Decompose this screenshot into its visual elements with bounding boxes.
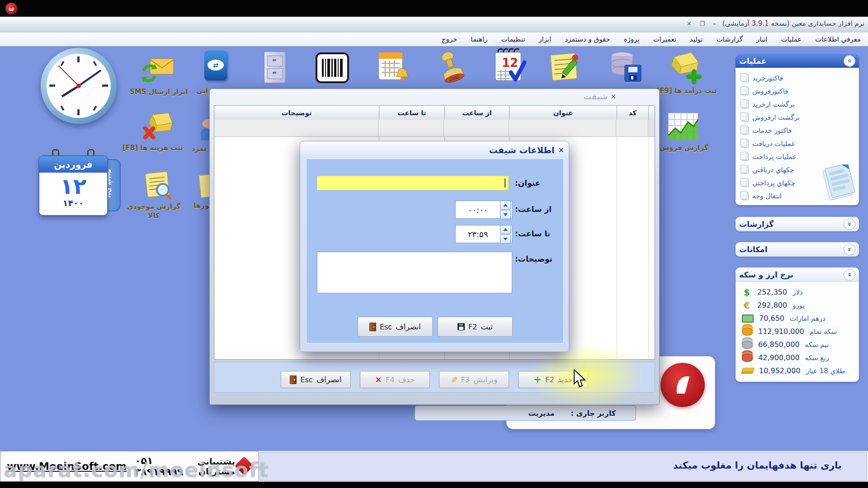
cancel-button[interactable]: Escانصراف (281, 371, 351, 388)
desktop-icon-note-edit[interactable] (549, 51, 581, 84)
sidebar-panel-operations-title: عملیات (739, 56, 766, 66)
menu-item-exit[interactable]: خروج (441, 35, 458, 43)
red-x-icon: ✕ (375, 375, 382, 385)
gold-bar-icon (741, 368, 755, 374)
spin-down-icon[interactable] (500, 210, 511, 219)
chevron-down-icon[interactable]: » (844, 244, 855, 255)
close-icon[interactable]: ✕ (558, 146, 564, 155)
sidebar-item-payment-ops[interactable]: عملیات پرداخت (736, 150, 859, 163)
menu-item-operations[interactable]: عملیات (780, 35, 803, 43)
current-user-bar: کاربر جاری : مدیریت (415, 405, 636, 421)
description-textarea[interactable] (317, 252, 512, 293)
menu-item-info[interactable]: معرفي اطلاعات (814, 35, 862, 43)
rate-row-quarter-coin: 42,900,000 ربع سکه (736, 351, 859, 364)
door-icon (369, 323, 376, 331)
desktop-icon-barcode[interactable] (316, 52, 349, 83)
menu-item-payroll[interactable]: حقوق و دستمزد (564, 35, 611, 43)
desktop-icon-stamp[interactable] (435, 50, 467, 85)
menu-item-project[interactable]: پروژه (623, 35, 641, 43)
menu-item-settings[interactable]: تنظیمات (500, 35, 526, 43)
delete-button[interactable]: ✕ F4حذف (360, 371, 430, 388)
close-icon[interactable]: ✕ (685, 20, 693, 27)
moein-round-logo (660, 363, 705, 407)
sidebar-item-sales-return[interactable]: برگشت ازفروش (736, 111, 859, 124)
document-icon (742, 113, 749, 122)
column-header-title[interactable]: عنوان (509, 106, 617, 120)
document-icon (742, 192, 749, 200)
table-row-empty[interactable] (214, 120, 655, 137)
sidebar-panel-reports[interactable]: گزارشات » (736, 217, 859, 231)
gold-plus-icon (666, 51, 704, 85)
desktop-icon-calendar-check[interactable]: 12 (492, 46, 527, 85)
desktop-icon-income[interactable]: ثبت درآمد ها [F9] (658, 51, 717, 98)
from-hour-spinner[interactable]: ۰۰:۰۰ (455, 201, 512, 219)
desktop-icon-teamviewer[interactable]: ⇄ (204, 51, 227, 80)
gold-x-icon (142, 111, 174, 141)
minimize-icon[interactable]: – (711, 20, 718, 27)
door-icon (290, 375, 297, 384)
menu-item-tools[interactable]: ابزار (538, 35, 552, 43)
menu-item-help[interactable]: راهنما (470, 35, 488, 43)
sidebar-panel-currency-header[interactable]: نرخ ارز و سکه » (736, 267, 859, 282)
menu-item-repairs[interactable]: تعمیرات (652, 35, 677, 43)
close-icon[interactable]: ✕ (610, 93, 616, 101)
desktop-icon-cabinet[interactable] (264, 52, 286, 83)
menu-bar: معرفي اطلاعات عملیات انبار گزارشات تولید… (0, 33, 868, 47)
sidebar-panel-operations-header[interactable]: عملیات » (736, 54, 859, 68)
sidebar-item-purchase-return[interactable]: برگشت ازخرید (736, 98, 859, 111)
sidebar-item-receive-ops[interactable]: عملیات دریافت (736, 137, 859, 150)
spin-up-icon[interactable] (500, 201, 511, 210)
menu-item-warehouse[interactable]: انبار (755, 35, 769, 43)
desktop-icon-sales-report[interactable]: گزارش فروش (659, 111, 709, 155)
column-header-description[interactable]: توضیحات (214, 106, 379, 120)
sidebar-panel-operations-body: فاکتورخرید فاکتورفروش برگشت ازخرید برگشت… (736, 68, 859, 205)
floppy-icon (458, 323, 465, 330)
rate-row-half-coin: 66,850,000 نیم سکه (736, 338, 859, 351)
desktop-icon-reminder-calendar[interactable] (375, 50, 410, 84)
chevron-up-icon[interactable]: » (844, 55, 855, 67)
cancel-button[interactable]: Escانصراف (358, 317, 433, 337)
shift-dialog-button-panel (214, 362, 655, 393)
desktop-icon-sms[interactable]: ابزار ارسال SMS (134, 56, 184, 98)
save-button[interactable]: F2ثبت (438, 317, 513, 337)
document-icon (742, 140, 749, 148)
column-header-from-hour[interactable]: از ساعت (444, 106, 509, 120)
spin-down-icon[interactable] (500, 235, 511, 244)
edit-button[interactable]: ✎ F3ویرایش (439, 371, 509, 388)
desktop-icon-expenses[interactable]: ثبت هزینه ها [F8] (129, 111, 183, 154)
title-field-label: عنوان: (515, 178, 565, 188)
title-input[interactable] (317, 176, 509, 190)
silver-coins-icon (742, 341, 753, 349)
maximize-icon[interactable]: ❐ (698, 20, 707, 27)
teamviewer-icon: ⇄ (208, 60, 224, 70)
marquee-text: باری تنها هدفهایمان را مغلوب میکند (673, 460, 842, 471)
chart-icon (666, 111, 700, 142)
to-hour-value: ۲۳:۵۹ (456, 230, 500, 239)
desktop-label-fragment-wages: تمزد (192, 145, 209, 153)
dollar-icon: $ (742, 287, 752, 298)
sidebar-item-sales-invoice[interactable]: فاکتورفروش (736, 84, 859, 98)
document-icon (742, 74, 749, 82)
current-user-label: کاربر جاری : (571, 409, 616, 418)
mouse-cursor (573, 370, 587, 389)
desktop-icon-inventory[interactable]: گزارش موجودي کالا (126, 171, 182, 221)
sidebar: عملیات » فاکتورخرید فاکتورفروش برگشت ازخ… (736, 54, 859, 382)
column-header-to-hour[interactable]: تا ساعت (379, 106, 444, 120)
sidebar-panel-features[interactable]: امکانات » (736, 242, 859, 257)
menu-item-reports[interactable]: گزارشات (716, 35, 744, 43)
sidebar-item-purchase-invoice[interactable]: فاکتورخرید (736, 71, 859, 84)
menu-item-production[interactable]: تولید (689, 35, 704, 43)
sidebar-item-service-invoice[interactable]: فاکتور خدمات (736, 124, 859, 137)
shift-info-modal-title: اطلاعات شیفت (489, 145, 555, 155)
calendar-year: ۱۴۰۰ (39, 198, 107, 208)
rate-row-dollar: $ 252,350 دلار (736, 286, 859, 299)
desktop-icon-backup[interactable] (607, 50, 643, 85)
chevron-up-icon[interactable]: » (844, 269, 855, 281)
rate-row-dirham: 70,650 درهم امارات (736, 312, 859, 325)
svg-text:12: 12 (502, 56, 518, 70)
chevron-down-icon[interactable]: » (844, 218, 855, 230)
spin-up-icon[interactable] (500, 225, 511, 234)
column-header-code[interactable]: کد (617, 106, 648, 120)
to-hour-spinner[interactable]: ۲۳:۵۹ (455, 225, 512, 243)
copper-coins-icon (742, 354, 753, 362)
